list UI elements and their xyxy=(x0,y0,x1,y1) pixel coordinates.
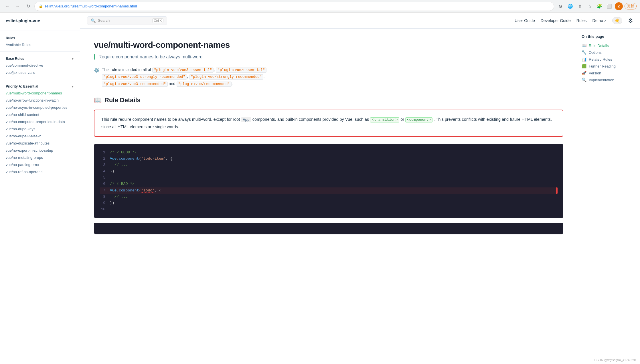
nav-user-guide[interactable]: User Guide xyxy=(515,18,535,23)
toc-item-implementation[interactable]: 🔍 Implementation xyxy=(582,76,635,83)
nav-developer-guide[interactable]: Developer Guide xyxy=(541,18,571,23)
toc-icon-options: 🔧 xyxy=(582,50,586,55)
tag-essential: "plugin:vue/essential" xyxy=(216,68,266,73)
toc-icon-implementation: 🔍 xyxy=(582,78,586,82)
code-content-5 xyxy=(110,175,112,181)
sidebar-item-no-async[interactable]: vue/no-async-in-computed-properties xyxy=(0,104,80,111)
line-num-1: 1 xyxy=(100,149,105,156)
sidebar-divider-3 xyxy=(0,79,80,79)
tag-vue3-recommended: "plugin:vue/vue3-recommended" xyxy=(102,82,168,87)
toc-icon-further-reading: 🟩 xyxy=(582,64,586,68)
transition-code: <transition> xyxy=(370,117,399,122)
chevron-priority-a: ▼ xyxy=(71,85,74,88)
rule-details-icon: 📖 xyxy=(94,96,102,104)
search-label: Search xyxy=(98,18,110,23)
sidebar-section-base-rules[interactable]: Base Rules ▼ xyxy=(0,54,80,62)
rule-details-heading: 📖 Rule Details xyxy=(94,96,563,104)
sidebar-item-no-ref[interactable]: vue/no-ref-as-operand xyxy=(0,168,80,175)
forward-button[interactable]: → xyxy=(14,2,22,10)
update-button[interactable]: 更新 xyxy=(625,3,637,9)
code-comment-8: // ... xyxy=(110,194,128,200)
code-line-6: 6 /* ✗ BAD */ xyxy=(100,181,558,187)
profile-button[interactable]: Z xyxy=(615,2,623,10)
back-button[interactable]: ← xyxy=(3,2,11,10)
sidebar-item-no-parsing[interactable]: vue/no-parsing-error xyxy=(0,161,80,168)
search-shortcut: Ctrl K xyxy=(152,18,164,23)
theme-toggle-button[interactable]: ☀️ xyxy=(612,17,622,24)
top-nav-links: User Guide Developer Guide Rules Demo ☀️… xyxy=(515,17,633,24)
github-icon[interactable]: ⚙ xyxy=(628,17,633,24)
reload-button[interactable]: ↻ xyxy=(24,2,32,10)
bookmark-icon[interactable]: ☆ xyxy=(586,2,594,10)
included-text: This rule is included in all of "plugin:… xyxy=(102,66,268,87)
sidebar-divider-1 xyxy=(0,31,80,31)
code-line-8: 8 // ... xyxy=(100,194,558,200)
line-num-6: 6 xyxy=(100,181,105,187)
url-text: eslint.vuejs.org/rules/multi-word-compon… xyxy=(45,4,137,8)
sidebar-item-no-computed[interactable]: vue/no-computed-properties-in-data xyxy=(0,118,80,125)
toc-icon-related-rules: 📊 xyxy=(582,57,586,62)
share-icon[interactable]: ⇧ xyxy=(576,2,584,10)
sidebar-item-no-arrow[interactable]: vue/no-arrow-functions-in-watch xyxy=(0,97,80,104)
address-bar[interactable]: 🔒 eslint.vuejs.org/rules/multi-word-comp… xyxy=(34,2,554,11)
toc-icon-version: 🚀 xyxy=(582,71,586,75)
sidebar-item-multi-word[interactable]: vue/multi-word-component-names xyxy=(0,90,80,97)
app-code: App xyxy=(241,117,251,122)
sidebar-item-no-mutating[interactable]: vue/no-mutating-props xyxy=(0,154,80,161)
rule-details-box: This rule require component names to be … xyxy=(94,110,563,137)
toc-item-rule-details[interactable]: 📖 Rule Details xyxy=(579,42,635,49)
sidebar-item-no-dupe-keys[interactable]: vue/no-dupe-keys xyxy=(0,125,80,132)
page-title: vue/multi-word-component-names xyxy=(94,40,563,50)
code-content-2: Vue.component('todo-item', { xyxy=(110,156,172,162)
sidebar-item-available-rules[interactable]: Available Rules xyxy=(0,41,80,48)
search-area: 🔍 Search Ctrl K xyxy=(87,16,167,25)
search-box[interactable]: 🔍 Search Ctrl K xyxy=(87,16,167,25)
sidebar-section-priority-a[interactable]: Priority A: Essential ▼ xyxy=(0,82,80,90)
sidebar-item-jsx-uses-vars[interactable]: vue/jsx-uses-vars xyxy=(0,69,80,76)
watermark: CSDN @wgfsdgtm_41740291 xyxy=(594,358,637,362)
tag-vue3-strongly: "plugin:vue/vue3-strongly-recommended" xyxy=(102,74,187,80)
included-notice: ⚙️ This rule is included in all of "plug… xyxy=(94,66,563,87)
sidebar-logo: eslint-plugin-vue xyxy=(0,18,80,28)
sidebar: eslint-plugin-vue Rules Available Rules … xyxy=(0,13,80,364)
page-subtitle: Require component names to be always mul… xyxy=(94,54,563,60)
main-content: vue/multi-word-component-names Require c… xyxy=(80,29,577,364)
toc-item-further-reading[interactable]: 🟩 Further Reading xyxy=(582,63,635,70)
tag-recommended: "plugin:vue/recommended" xyxy=(177,82,232,87)
sidebar-item-no-duplicate-attr[interactable]: vue/no-duplicate-attributes xyxy=(0,140,80,147)
code-content-4: }) xyxy=(110,168,114,175)
top-nav: 🔍 Search Ctrl K User Guide Developer Gui… xyxy=(80,13,640,29)
sidebar-divider-2 xyxy=(0,51,80,52)
sidebar-item-comment-directive[interactable]: vue/comment-directive xyxy=(0,62,80,69)
code-line-10: 10 xyxy=(100,206,558,213)
code-block: 1 /* ✓ GOOD */ 2 Vue.component('todo-ite… xyxy=(94,144,563,218)
browser-toolbar-right: G 🌐 ⇧ ☆ 🧩 ⬜ Z 更新 xyxy=(556,2,637,10)
line-num-10: 10 xyxy=(100,206,105,213)
code-comment-bad: /* ✗ BAD */ xyxy=(110,181,135,187)
nav-rules[interactable]: Rules xyxy=(576,18,587,23)
sidebar-item-no-dupe-v-else[interactable]: vue/no-dupe-v-else-if xyxy=(0,132,80,140)
bad-line-marker xyxy=(556,187,558,194)
code-block-footer xyxy=(94,223,563,234)
sidebar-item-no-child[interactable]: vue/no-child-content xyxy=(0,111,80,118)
toc-item-options[interactable]: 🔧 Options xyxy=(582,49,635,56)
code-content-7: Vue.component('Todo', { xyxy=(110,187,161,194)
code-content-10 xyxy=(110,206,112,213)
split-icon[interactable]: ⬜ xyxy=(605,2,613,10)
toc-item-related-rules[interactable]: 📊 Related Rules xyxy=(582,56,635,63)
google-icon[interactable]: G xyxy=(556,2,564,10)
line-num-4: 4 xyxy=(100,168,105,175)
extensions-icon[interactable]: 🧩 xyxy=(595,2,603,10)
code-content-9: }) xyxy=(110,200,114,206)
translate-icon[interactable]: 🌐 xyxy=(566,2,574,10)
line-num-5: 5 xyxy=(100,175,105,181)
search-icon: 🔍 xyxy=(91,18,96,23)
code-comment-3: // ... xyxy=(110,162,128,168)
sidebar-section-rules: Rules xyxy=(0,34,80,41)
line-num-9: 9 xyxy=(100,200,105,206)
toc-item-version[interactable]: 🚀 Version xyxy=(582,70,635,76)
nav-demo[interactable]: Demo xyxy=(592,18,607,23)
code-line-2: 2 Vue.component('todo-item', { xyxy=(100,156,558,162)
code-comment-good: /* ✓ GOOD */ xyxy=(110,149,137,156)
sidebar-item-no-export[interactable]: vue/no-export-in-script-setup xyxy=(0,147,80,154)
